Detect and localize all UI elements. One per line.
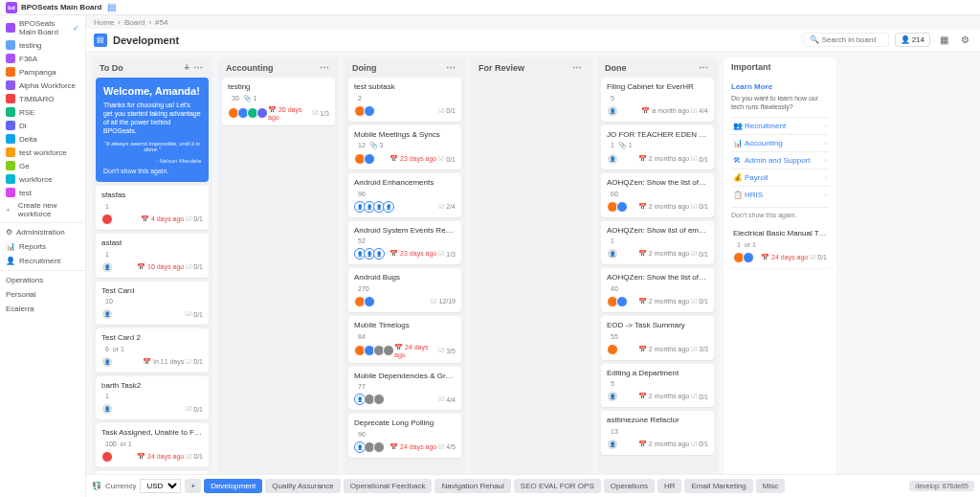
- grid-view-icon[interactable]: ▦: [936, 33, 951, 48]
- task-card[interactable]: Mobile Timelogs 84 📅 24 days ago 3/5: [348, 316, 461, 363]
- board-tab[interactable]: Misc: [756, 479, 785, 493]
- subtasks-count: 0/1: [438, 155, 456, 163]
- search-input[interactable]: [822, 35, 880, 44]
- task-card[interactable]: asttimezone Refactor 13 👤 📅 2 months ago…: [601, 411, 714, 455]
- board-tab[interactable]: Development: [204, 479, 262, 493]
- column-body[interactable]: Filing Cabinet for EverHR 5 👤 📅 a month …: [597, 78, 718, 474]
- sidebar-workforce-item[interactable]: workforce: [0, 172, 85, 186]
- task-card[interactable]: Android System Events Response 52 👤👤👤 📅 …: [348, 221, 461, 265]
- task-card[interactable]: Deprecate Long Polling 96 👤 📅 24 days ag…: [348, 414, 461, 458]
- task-card[interactable]: AOHQZen: Show the list of accountabiliti…: [601, 268, 714, 312]
- important-link[interactable]: 👥 Recruitment ›: [731, 117, 829, 134]
- sidebar-workforce-item[interactable]: test workforce: [0, 146, 85, 159]
- workforce-color-icon: [6, 134, 15, 144]
- currency-select[interactable]: USD: [140, 479, 181, 493]
- app-logo[interactable]: bd: [6, 2, 17, 13]
- sidebar-workforce-item[interactable]: RSE: [0, 105, 85, 119]
- card-avatars: [354, 105, 436, 117]
- board-tab[interactable]: SEO EVAL FOR OPS: [514, 479, 601, 493]
- board-tab[interactable]: Quality Assurance: [265, 479, 340, 493]
- create-workforce[interactable]: + Create new workforce: [0, 199, 85, 220]
- board-tab[interactable]: Operational Feedback: [344, 479, 433, 493]
- bottom-bar: 💱 Currency USD + DevelopmentQuality Assu…: [86, 474, 980, 497]
- task-card[interactable]: Android Enhancements 96 👤👤👤👤 2/4: [348, 173, 461, 217]
- task-card[interactable]: Editing a Department 5 👤 📅 2 months ago …: [601, 364, 714, 408]
- column-body[interactable]: [471, 78, 591, 474]
- board-title[interactable]: Development: [113, 34, 797, 46]
- sidebar-workforce-item[interactable]: TIMBARO: [0, 92, 85, 105]
- sidebar-nav-item[interactable]: Ecalerra: [0, 302, 85, 316]
- important-link[interactable]: 📊 Accounting ›: [731, 134, 829, 151]
- task-card[interactable]: astast 1 👤 📅 10 days ago 0/1: [96, 234, 209, 278]
- task-card[interactable]: Filing Cabinet for EverHR 5 👤 📅 a month …: [601, 78, 714, 122]
- breadcrumb-board[interactable]: Board: [124, 18, 145, 27]
- sidebar-workforce-item[interactable]: BPOSeats Main Board✓: [0, 17, 85, 38]
- board-search[interactable]: 🔍: [803, 33, 889, 47]
- task-card[interactable]: Android Bugs 270 12/19: [348, 268, 461, 312]
- column-title: Done: [605, 63, 627, 73]
- sidebar-nav-item[interactable]: Personal: [0, 287, 85, 302]
- important-link[interactable]: 💰 Payroll ›: [731, 169, 829, 186]
- task-card[interactable]: Mobile Dependencies & Gradle Upgrades 77…: [348, 367, 461, 411]
- members-button[interactable]: 👤 214: [895, 33, 930, 47]
- column-menu-icon[interactable]: ⋯: [191, 62, 205, 73]
- sidebar-workforce-item[interactable]: Pampanga: [0, 65, 85, 79]
- card-avatars: [733, 252, 759, 263]
- sidebar-workforce-item[interactable]: testing: [0, 38, 85, 52]
- board-tab[interactable]: HR: [657, 479, 682, 493]
- sidebar-workforce-item[interactable]: Alpha Workforce: [0, 79, 85, 92]
- column-menu-icon[interactable]: ⋯: [697, 62, 710, 73]
- sidebar-nav-item[interactable]: ⚙Administration: [0, 225, 85, 239]
- task-card[interactable]: Mobile Meetings & Syncs 12 📎 3 📅 23 days…: [348, 125, 461, 170]
- breadcrumb-home[interactable]: Home: [94, 18, 114, 27]
- card-title: testing: [228, 82, 329, 92]
- sidebar-workforce-item[interactable]: Delta: [0, 132, 85, 146]
- sidebar-workforce-item[interactable]: Ge: [0, 159, 85, 172]
- important-link[interactable]: 📋 HRIS ›: [731, 186, 829, 203]
- sidebar-workforce-item[interactable]: test: [0, 186, 85, 199]
- sidebar-workforce-item[interactable]: Di: [0, 119, 85, 132]
- column-body[interactable]: Welcome, Amanda! Thanks for choosing us!…: [92, 78, 212, 474]
- important-link[interactable]: 🛠 Admin and Support ›: [731, 151, 829, 169]
- sidebar-nav-item[interactable]: 👤Recruitment: [0, 254, 85, 268]
- board-tab[interactable]: Navigation Rehaul: [434, 479, 510, 493]
- task-card[interactable]: barth Task2 1 👤 0/1: [96, 376, 209, 420]
- workspace-title[interactable]: BPOSeats Main Board: [21, 3, 101, 11]
- column-menu-icon[interactable]: ⋯: [318, 62, 331, 73]
- link-icon: 💰: [733, 173, 745, 182]
- task-card[interactable]: Test Card 10 👤 0/1: [96, 282, 209, 326]
- workforce-color-icon: [6, 54, 15, 63]
- link-icon: 🛠: [733, 156, 745, 165]
- task-card[interactable]: Electrical Basic Manual Troubleshooting …: [727, 224, 833, 268]
- board-tab[interactable]: Email Marketing: [684, 479, 752, 493]
- settings-icon[interactable]: ⚙: [957, 33, 972, 48]
- board-tab[interactable]: Operations: [604, 479, 655, 493]
- sidebar-nav-item[interactable]: Operations: [0, 273, 85, 287]
- breadcrumb-id[interactable]: #54: [155, 18, 167, 27]
- breadcrumb: Home › Board › #54: [86, 15, 980, 29]
- task-card[interactable]: Test Card 2 6 or 1 👤 📅 In 11 days 0/1: [96, 328, 209, 373]
- task-card[interactable]: test subtask 2 0/1: [348, 78, 461, 122]
- column-body[interactable]: test subtask 2 0/1 Mobile Meetings & Syn…: [345, 78, 465, 474]
- task-card[interactable]: Task Assigned, Unable to Find 100 or 1 📅…: [96, 423, 209, 467]
- task-card[interactable]: AOHQZen: Show list of employees on accou…: [601, 221, 714, 265]
- welcome-dismiss[interactable]: Don't show this again.: [103, 168, 201, 174]
- column-add-icon[interactable]: +: [182, 62, 191, 73]
- boards-icon[interactable]: ▤: [107, 2, 116, 12]
- important-dismiss[interactable]: Don't show this again.: [731, 207, 829, 218]
- task-card[interactable]: JO FOR TEACHER EDEN (SAMPLE) 1 📎 1 👤 📅 2…: [601, 125, 714, 170]
- sidebar-nav-item[interactable]: 📊Reports: [0, 239, 85, 254]
- learn-more-link[interactable]: Learn More: [731, 82, 829, 91]
- task-card[interactable]: EOD -> Task Summary 55 📅 2 months ago 3/…: [601, 316, 714, 360]
- column-menu-icon[interactable]: ⋯: [570, 62, 584, 73]
- subtasks-count: 0/1: [438, 107, 456, 115]
- sidebar-workforce-item[interactable]: F36A: [0, 52, 85, 65]
- task-card[interactable]: AOHQZen: Show the list of accountabiliti…: [601, 173, 714, 217]
- members-count: 214: [912, 35, 924, 44]
- column-menu-icon[interactable]: ⋯: [444, 62, 457, 73]
- add-tab-button[interactable]: +: [185, 479, 201, 493]
- task-card[interactable]: sfasfas 1 📅 4 days ago 0/1: [96, 186, 209, 230]
- members-icon: 👤: [901, 35, 910, 44]
- task-card[interactable]: testing 30 📎 1 📅 20 days ago 1/3: [222, 78, 335, 125]
- column-body[interactable]: testing 30 📎 1 📅 20 days ago 1/3: [218, 78, 339, 474]
